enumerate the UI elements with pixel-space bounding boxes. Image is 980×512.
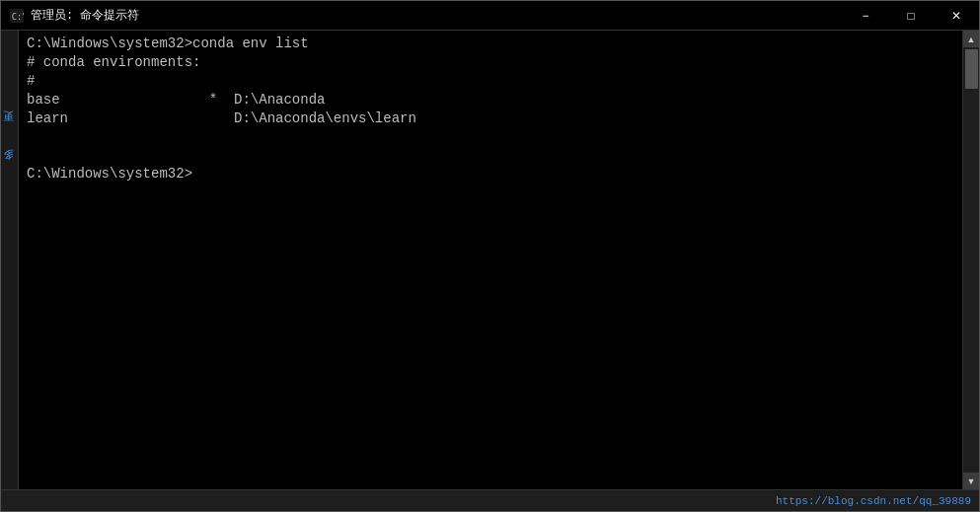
left-sidebar: 更 多	[1, 31, 19, 489]
window-title: 管理员: 命令提示符	[31, 7, 971, 24]
content-area: 更 多 C:\Windows\system32>conda env list #…	[1, 31, 979, 489]
minimize-button[interactable]: −	[843, 1, 888, 31]
scrollbar[interactable]: ▲ ▼	[962, 31, 979, 489]
scroll-up-button[interactable]: ▲	[963, 31, 980, 47]
restore-button[interactable]: □	[888, 1, 934, 31]
cmd-window: C:\ 管理员: 命令提示符 − □ ✕ 更 多 C:\Windows\syst…	[0, 0, 980, 512]
svg-text:C:\: C:\	[12, 11, 24, 21]
terminal-output: C:\Windows\system32>conda env list # con…	[27, 35, 954, 183]
status-bar: https://blog.csdn.net/qq_39889	[1, 489, 979, 511]
window-controls: − □ ✕	[843, 1, 979, 31]
scroll-down-button[interactable]: ▼	[963, 473, 980, 489]
scrollbar-thumb[interactable]	[965, 49, 978, 89]
scrollbar-track-area[interactable]	[963, 47, 979, 473]
status-url: https://blog.csdn.net/qq_39889	[776, 495, 971, 507]
title-bar: C:\ 管理员: 命令提示符 − □ ✕	[1, 1, 979, 31]
cmd-icon: C:\	[9, 8, 25, 24]
close-button[interactable]: ✕	[934, 1, 979, 31]
terminal-area[interactable]: C:\Windows\system32>conda env list # con…	[19, 31, 962, 489]
